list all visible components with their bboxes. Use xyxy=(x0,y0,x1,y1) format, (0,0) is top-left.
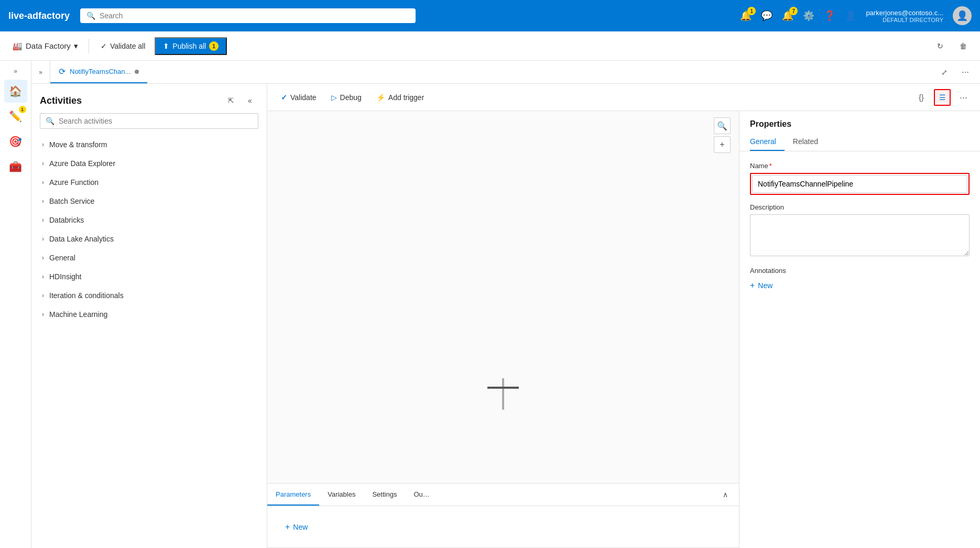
design-layout: Activities ⇱ « 🔍 › Move & transform › xyxy=(31,84,980,548)
annotations-new-button[interactable]: + New xyxy=(750,278,970,293)
expand-canvas-icon[interactable]: ⤢ xyxy=(936,64,953,81)
tab-parameters[interactable]: Parameters xyxy=(267,484,319,506)
sidebar-item-manage[interactable]: 🧰 xyxy=(4,155,27,178)
sidebar-expand-button[interactable]: » xyxy=(7,65,24,78)
alerts-icon[interactable]: 🔔 7 xyxy=(782,10,793,21)
prop-tab-general[interactable]: General xyxy=(750,133,785,151)
chat-icon[interactable]: 💬 xyxy=(761,10,772,21)
zoom-search-icon[interactable]: 🔍 xyxy=(714,117,731,134)
canvas-area: 🔍 + Parameters xyxy=(267,111,739,548)
pipeline-toolbar: ✓ Validate ▷ Debug ⚡ Add trigger {} ☰ xyxy=(267,84,980,111)
activities-search-box[interactable]: 🔍 xyxy=(40,113,258,129)
description-textarea[interactable] xyxy=(750,214,970,256)
tab-variables[interactable]: Variables xyxy=(319,484,364,506)
prop-tab-related[interactable]: Related xyxy=(793,133,826,151)
debug-label: Debug xyxy=(340,93,362,102)
publish-badge: 1 xyxy=(209,41,219,51)
tab-bar-right: ⤢ ⋯ xyxy=(936,61,980,83)
edit-badge: 1 xyxy=(19,106,26,113)
chevron-right-icon: › xyxy=(42,160,44,167)
debug-play-icon: ▷ xyxy=(331,93,337,102)
pipeline-tab-icon: ⟳ xyxy=(59,67,66,76)
tab-expand-button[interactable]: » xyxy=(31,61,50,83)
top-bar-icons: 🔔 1 💬 🔔 7 ⚙️ ❓ 👤 parkerjones@contoso.c..… xyxy=(740,6,972,25)
activities-search-input[interactable] xyxy=(59,117,253,125)
tab-variables-label: Variables xyxy=(328,490,355,498)
user-email: parkerjones@contoso.c... xyxy=(866,9,943,17)
feedback-icon[interactable]: 👤 xyxy=(845,10,856,21)
search-icon: 🔍 xyxy=(46,117,55,125)
activity-item-general[interactable]: › General xyxy=(31,248,267,267)
parameters-new-button[interactable]: + New xyxy=(280,519,313,535)
bottom-tab-right: ∧ xyxy=(718,484,739,506)
help-icon[interactable]: ❓ xyxy=(824,10,835,21)
refresh-icon[interactable]: ↻ xyxy=(932,38,949,54)
bottom-content: + New xyxy=(267,506,739,548)
activity-item-machine-learning[interactable]: › Machine Learning xyxy=(31,305,267,324)
chevron-right-icon: › xyxy=(42,141,44,148)
activity-item-batch-service[interactable]: › Batch Service xyxy=(31,192,267,211)
notifications-icon[interactable]: 🔔 1 xyxy=(740,10,752,21)
sidebar-item-monitor[interactable]: 🎯 xyxy=(4,130,27,153)
add-trigger-button[interactable]: ⚡ Add trigger xyxy=(371,90,429,105)
validate-all-button[interactable]: ✓ Validate all xyxy=(95,39,150,53)
properties-toggle-icon[interactable]: ☰ xyxy=(934,89,951,106)
canvas-zoom-controls: 🔍 + xyxy=(714,117,731,153)
top-bar: live-adfactory 🔍 🔔 1 💬 🔔 7 ⚙️ ❓ 👤 parker… xyxy=(0,0,980,31)
activities-panel: Activities ⇱ « 🔍 › Move & transform › xyxy=(31,84,267,548)
bottom-tabs: Parameters Variables Settings Ou… xyxy=(267,483,739,506)
activity-item-hdinsight[interactable]: › HDInsight xyxy=(31,267,267,286)
sidebar-item-edit[interactable]: ✏️ 1 xyxy=(4,105,27,128)
user-info: parkerjones@contoso.c... DEFAULT DIRECTO… xyxy=(866,9,943,23)
chevron-up-icon[interactable]: ∧ xyxy=(718,487,733,502)
notifications-badge: 1 xyxy=(747,7,756,15)
annotations-new-label: New xyxy=(758,281,772,290)
avatar[interactable]: 👤 xyxy=(953,6,972,25)
delete-icon[interactable]: 🗑 xyxy=(955,38,972,54)
canvas-content[interactable]: 🔍 + xyxy=(267,111,739,483)
debug-button[interactable]: ▷ Debug xyxy=(326,90,367,105)
more-options-icon[interactable]: ⋯ xyxy=(957,64,974,81)
validate-button[interactable]: ✓ Validate xyxy=(276,90,322,105)
publish-all-button[interactable]: ⬆ Publish all 1 xyxy=(155,37,227,55)
tab-parameters-label: Parameters xyxy=(276,490,311,498)
search-input[interactable] xyxy=(100,12,409,20)
properties-title: Properties xyxy=(739,111,980,133)
user-directory: DEFAULT DIRECTORY xyxy=(866,17,943,23)
activity-label: Machine Learning xyxy=(49,310,107,319)
sidebar-item-home[interactable]: 🏠 xyxy=(4,80,27,103)
pipeline-tab[interactable]: ⟳ NotifiyTeamsChan... xyxy=(50,61,147,83)
description-field-label: Description xyxy=(750,203,970,211)
pipeline-name-input[interactable] xyxy=(752,175,967,193)
activity-label: General xyxy=(49,254,75,262)
activity-item-data-lake-analytics[interactable]: › Data Lake Analytics xyxy=(31,229,267,248)
name-field-group: Name* xyxy=(750,162,970,195)
chevron-right-icon: › xyxy=(42,254,44,261)
activity-item-azure-data-explorer[interactable]: › Azure Data Explorer xyxy=(31,154,267,173)
collapse-icon[interactable]: « xyxy=(242,92,258,109)
tab-bar: » ⟳ NotifiyTeamsChan... ⤢ ⋯ xyxy=(31,61,980,84)
collapse-all-icon[interactable]: ⇱ xyxy=(223,92,239,109)
activity-item-iteration-conditionals[interactable]: › Iteration & conditionals xyxy=(31,286,267,305)
data-factory-button[interactable]: 🏭 Data Factory ▾ xyxy=(8,38,82,54)
chevron-right-icon: › xyxy=(42,235,44,243)
validate-checkmark-icon: ✓ xyxy=(281,93,287,102)
chevron-right-icon: › xyxy=(42,311,44,318)
settings-icon[interactable]: ⚙️ xyxy=(803,10,814,21)
search-box[interactable]: 🔍 xyxy=(80,8,416,23)
second-toolbar: 🏭 Data Factory ▾ ✓ Validate all ⬆ Publis… xyxy=(0,31,980,61)
more-pipeline-icon[interactable]: ⋯ xyxy=(955,89,972,106)
chevron-right-icon: › xyxy=(42,198,44,205)
toolbar-divider xyxy=(89,39,89,53)
activity-item-azure-function[interactable]: › Azure Function xyxy=(31,173,267,192)
code-icon[interactable]: {} xyxy=(913,89,930,106)
factory-chevron-icon: ▾ xyxy=(74,41,78,51)
activity-item-move-transform[interactable]: › Move & transform xyxy=(31,135,267,154)
factory-icon: 🏭 xyxy=(13,41,23,51)
tab-output[interactable]: Ou… xyxy=(405,484,438,506)
tab-settings[interactable]: Settings xyxy=(364,484,405,506)
activity-item-databricks[interactable]: › Databricks xyxy=(31,211,267,229)
main-layout: » 🏠 ✏️ 1 🎯 🧰 » ⟳ NotifiyTeamsChan... ⤢ ⋯ xyxy=(0,61,980,548)
zoom-plus-icon[interactable]: + xyxy=(714,136,731,153)
tab-output-label: Ou… xyxy=(413,490,429,498)
